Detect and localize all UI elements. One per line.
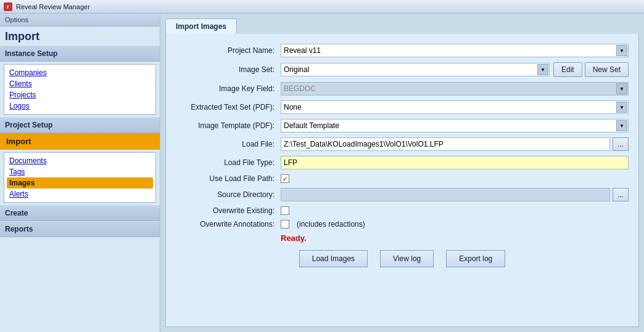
sidebar-item-clients[interactable]: Clients — [7, 78, 153, 89]
sidebar-item-tags[interactable]: Tags — [7, 166, 153, 177]
image-key-row: Image Key Field: ▼ — [176, 82, 629, 95]
image-set-select-wrapper: ▼ — [281, 63, 550, 76]
overwrite-existing-label: Overwrite Existing: — [176, 206, 281, 215]
tab-bar: Import Images — [165, 18, 639, 34]
view-log-button[interactable]: View log — [380, 250, 434, 267]
project-name-input[interactable] — [281, 44, 629, 57]
overwrite-annotations-note: (includes redactions) — [297, 220, 365, 229]
instance-setup-nav: Companies Clients Projects Logos — [4, 64, 156, 115]
status-text: Ready. — [281, 233, 629, 243]
project-name-select-wrapper: ▼ — [281, 44, 629, 57]
reports-header: Reports — [0, 221, 160, 237]
source-directory-row: Source Directory: ... — [176, 188, 629, 201]
tab-import-images[interactable]: Import Images — [165, 18, 237, 34]
load-file-input[interactable] — [281, 137, 610, 151]
sidebar-item-alerts[interactable]: Alerts — [7, 188, 153, 200]
overwrite-annotations-label: Overwrite Annotations: — [176, 220, 281, 229]
edit-button[interactable]: Edit — [553, 62, 582, 77]
sidebar: Options Import Instance Setup Companies … — [0, 14, 160, 332]
title-bar-text: Reveal Review Manager — [16, 3, 90, 10]
options-header: Options — [0, 14, 160, 26]
source-directory-browse-button[interactable]: ... — [613, 188, 629, 201]
create-header: Create — [0, 205, 160, 221]
app-icon: r — [4, 2, 12, 11]
load-images-button[interactable]: Load Images — [299, 250, 368, 267]
overwrite-annotations-checkbox[interactable] — [281, 220, 289, 229]
overwrite-existing-row: Overwrite Existing: — [176, 206, 629, 215]
image-template-row: Image Template (PDF): ▼ — [176, 119, 629, 132]
project-setup-nav: Documents Tags Images Alerts — [4, 152, 156, 203]
source-directory-input — [281, 188, 610, 201]
import-section-title: Import — [0, 26, 160, 46]
image-template-select-wrapper: ▼ — [281, 119, 629, 132]
sidebar-item-images[interactable]: Images — [7, 177, 153, 188]
title-bar: r Reveal Review Manager — [0, 0, 644, 14]
overwrite-annotations-row: Overwrite Annotations: (includes redacti… — [176, 220, 629, 229]
load-file-row: Load File: ... — [176, 137, 629, 151]
action-buttons: Load Images View log Export log — [176, 250, 629, 267]
extracted-text-select-wrapper: ▼ — [281, 100, 629, 114]
image-template-input[interactable] — [281, 119, 629, 132]
use-load-file-path-checkbox[interactable] — [281, 174, 289, 183]
sidebar-item-logos[interactable]: Logos — [7, 100, 153, 111]
image-set-input[interactable] — [281, 63, 550, 76]
extracted-text-input[interactable] — [281, 100, 629, 114]
use-load-file-path-row: Use Load File Path: — [176, 174, 629, 183]
overwrite-existing-checkbox[interactable] — [281, 206, 289, 215]
load-file-type-row: Load File Type: — [176, 156, 629, 169]
load-file-type-label: Load File Type: — [176, 158, 281, 167]
load-file-type-input[interactable] — [281, 156, 629, 169]
image-set-label: Image Set: — [176, 65, 281, 74]
extracted-text-label: Extracted Text Set (PDF): — [176, 103, 281, 111]
sidebar-item-documents[interactable]: Documents — [7, 155, 153, 166]
source-directory-label: Source Directory: — [176, 190, 281, 199]
project-name-label: Project Name: — [176, 46, 281, 55]
image-key-input — [281, 82, 629, 95]
load-file-label: Load File: — [176, 140, 281, 148]
image-set-row: Image Set: ▼ Edit New Set — [176, 62, 629, 77]
extracted-text-row: Extracted Text Set (PDF): ▼ — [176, 100, 629, 114]
content-area: Import Images Project Name: ▼ Image Set:… — [160, 14, 644, 332]
image-template-label: Image Template (PDF): — [176, 121, 281, 130]
main-container: Options Import Instance Setup Companies … — [0, 14, 644, 332]
sidebar-item-companies[interactable]: Companies — [7, 67, 153, 78]
project-name-row: Project Name: ▼ — [176, 44, 629, 57]
instance-setup-header: Instance Setup — [0, 46, 160, 62]
import-menu-item[interactable]: Import — [0, 133, 160, 150]
image-key-select-wrapper: ▼ — [281, 82, 629, 95]
new-set-button[interactable]: New Set — [585, 62, 629, 77]
form-panel: Project Name: ▼ Image Set: ▼ Edit New Se… — [165, 34, 639, 327]
image-key-label: Image Key Field: — [176, 84, 281, 93]
use-load-file-path-label: Use Load File Path: — [176, 174, 281, 183]
load-file-browse-button[interactable]: ... — [613, 137, 629, 151]
image-set-buttons: Edit New Set — [553, 62, 629, 77]
sidebar-item-projects[interactable]: Projects — [7, 89, 153, 100]
project-setup-header: Project Setup — [0, 117, 160, 133]
export-log-button[interactable]: Export log — [446, 250, 505, 267]
